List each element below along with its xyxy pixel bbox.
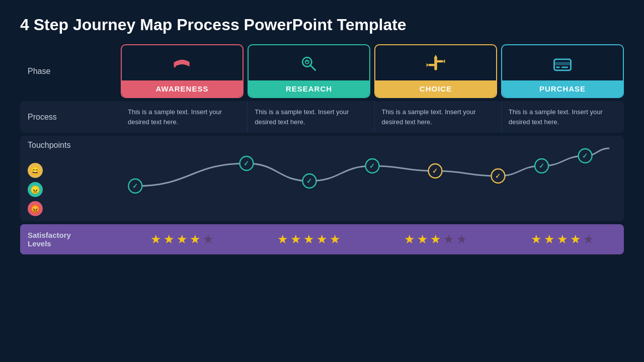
svg-rect-6 [437, 60, 443, 63]
star-choice-5: ★ [456, 232, 467, 246]
phase-name-purchase: PURCHASE [502, 80, 623, 97]
star-research-3: ★ [303, 232, 314, 246]
process-row: Process This is a sample text. Insert yo… [20, 101, 624, 133]
phase-name-research: RESEARCH [249, 80, 369, 97]
phase-col-research: RESEARCH [248, 44, 370, 98]
svg-text:✓: ✓ [244, 160, 250, 167]
phase-col-purchase: PURCHASE [501, 44, 624, 98]
touchpoints-text: Touchpoints [28, 141, 70, 150]
page-title: 4 Step Journey Map Process PowerPoint Te… [20, 15, 624, 34]
phase-name-choice: CHOICE [375, 80, 496, 97]
star-choice-2: ★ [417, 232, 428, 246]
touchpoints-svg: ✓✓✓✓✓✓✓✓ [121, 136, 624, 201]
svg-text:✓: ✓ [495, 172, 501, 180]
process-col-purchase: This is a sample text. Insert your desir… [501, 101, 624, 133]
stars-col-awareness: ★★★★★ [121, 224, 244, 254]
slide: 4 Step Journey Map Process PowerPoint Te… [0, 0, 644, 362]
svg-rect-8 [428, 64, 435, 66]
touchpoints-chart: ✓✓✓✓✓✓✓✓ [121, 136, 624, 201]
process-col-research: This is a sample text. Insert your desir… [247, 101, 370, 133]
phase-label: Phase [20, 44, 121, 98]
star-purchase-4: ★ [570, 232, 581, 246]
phase-cols: AWARENESS RESEARCH CHOICE PURCHASE [121, 44, 624, 98]
phase-col-choice: CHOICE [374, 44, 497, 98]
star-purchase-1: ★ [531, 232, 542, 246]
star-research-4: ★ [316, 232, 328, 246]
emoji-icon-angry: 😡 [28, 201, 43, 216]
svg-rect-4 [434, 57, 437, 70]
stars-col-research: ★★★★★ [248, 224, 370, 254]
stars-col-choice: ★★★★★ [374, 224, 497, 254]
phase-icon-research [249, 45, 369, 80]
stars-cols: ★★★★★★★★★★★★★★★★★★★★ [121, 224, 624, 254]
grid-container: Phase AWARENESS RESEARCH CHOICE PURCHASE… [20, 44, 624, 352]
touchpoint-dot-7: ✓ [579, 149, 592, 164]
svg-text:✓: ✓ [306, 177, 312, 185]
process-cols: This is a sample text. Insert your desir… [121, 101, 624, 133]
svg-text:✓: ✓ [369, 162, 375, 170]
emoji-icon-neutral: 😠 [28, 182, 43, 197]
process-label: Process [20, 101, 121, 133]
touchpoint-dot-0: ✓ [128, 179, 142, 195]
touchpoints-label: Touchpoints😄😠😡 [20, 136, 121, 221]
star-research-2: ★ [290, 232, 301, 246]
touchpoint-dot-6: ✓ [535, 159, 548, 174]
star-choice-1: ★ [404, 232, 415, 246]
emoji-happy: 😄 [28, 163, 43, 178]
star-purchase-2: ★ [544, 232, 555, 246]
star-choice-3: ★ [430, 232, 441, 246]
phase-name-awareness: AWARENESS [122, 80, 243, 97]
svg-rect-12 [556, 67, 559, 68]
star-research-1: ★ [277, 232, 288, 246]
svg-text:✓: ✓ [582, 152, 588, 160]
star-purchase-5: ★ [583, 232, 594, 246]
phase-icon-awareness [122, 45, 243, 80]
stars-col-purchase: ★★★★★ [501, 224, 624, 254]
svg-marker-5 [434, 55, 437, 58]
svg-text:✓: ✓ [539, 162, 545, 170]
touchpoint-dot-1: ✓ [240, 156, 254, 172]
emoji-neutral: 😠 [28, 182, 43, 197]
emoji-icon-happy: 😄 [28, 163, 43, 178]
svg-text:✓: ✓ [432, 167, 438, 175]
star-purchase-3: ★ [557, 232, 568, 246]
star-research-5: ★ [330, 232, 341, 246]
emoji-angry: 😡 [28, 201, 43, 216]
phase-col-awareness: AWARENESS [121, 44, 244, 98]
touchpoint-dot-2: ✓ [303, 174, 316, 190]
svg-rect-0 [174, 62, 176, 68]
star-awareness-1: ★ [150, 232, 162, 246]
svg-line-2 [310, 65, 315, 70]
star-awareness-3: ★ [177, 232, 188, 246]
star-awareness-2: ★ [164, 232, 175, 246]
star-awareness-4: ★ [190, 232, 201, 246]
star-choice-4: ★ [443, 232, 454, 246]
phase-icon-choice [375, 45, 496, 80]
svg-marker-7 [443, 59, 445, 63]
phase-icon-purchase [502, 45, 623, 80]
process-col-awareness: This is a sample text. Insert your desir… [121, 101, 243, 133]
satisfactory-label: Satisfactory Levels [20, 224, 121, 254]
phase-row: Phase AWARENESS RESEARCH CHOICE PURCHASE [20, 44, 624, 98]
process-col-choice: This is a sample text. Insert your desir… [374, 101, 497, 133]
svg-rect-13 [561, 67, 568, 68]
touchpoint-dot-3: ✓ [366, 159, 379, 174]
svg-marker-9 [427, 63, 429, 67]
svg-text:✓: ✓ [132, 183, 138, 190]
svg-point-3 [305, 60, 309, 64]
touchpoint-dot-5: ✓ [492, 169, 505, 185]
star-awareness-5: ★ [203, 232, 214, 246]
touchpoint-dot-4: ✓ [429, 164, 442, 179]
svg-rect-11 [554, 62, 571, 65]
touchpoints-row: Touchpoints😄😠😡 ✓✓✓✓✓✓✓✓ [20, 136, 624, 221]
satisfactory-row: Satisfactory Levels ★★★★★★★★★★★★★★★★★★★★ [20, 224, 624, 254]
